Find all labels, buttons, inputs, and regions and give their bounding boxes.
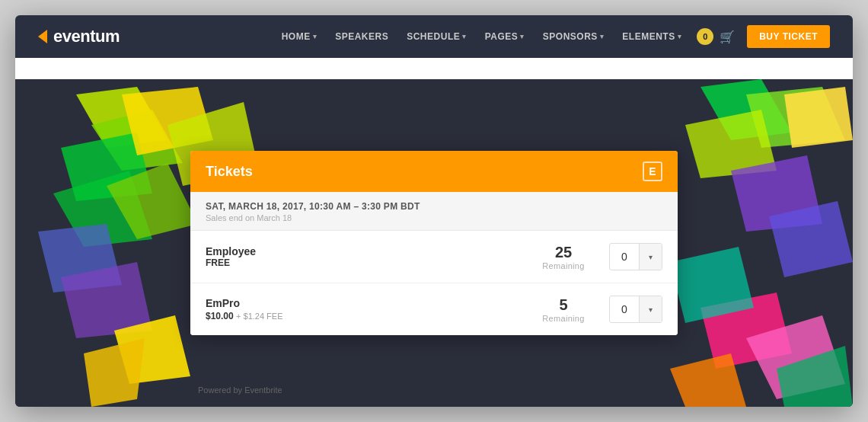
- svg-marker-15: [784, 87, 853, 148]
- nav-item-sponsors[interactable]: SPONSORS ▾: [543, 31, 605, 42]
- navbar: eventum HOME ▾ SPEAKERS SCHEDULE ▾: [15, 15, 853, 58]
- nav-link-sponsors[interactable]: SPONSORS ▾: [543, 31, 605, 42]
- ticket-price-empro: $10.00 + $1.24 FEE: [206, 311, 533, 321]
- ticket-row: EmPro $10.00 + $1.24 FEE 5 Remaining 0 ▾: [190, 283, 678, 335]
- ticket-widget: Tickets E SAT, MARCH 18, 2017, 10:30 AM …: [190, 151, 678, 335]
- nav-item-home[interactable]: HOME ▾: [282, 31, 318, 42]
- white-bar: [15, 58, 853, 79]
- logo-arrow-icon: [38, 30, 47, 43]
- ticket-sales-end: Sales end on March 18: [206, 213, 662, 222]
- nav-item-speakers[interactable]: SPEAKERS: [335, 31, 388, 42]
- ticket-name-employee: Employee: [206, 245, 533, 257]
- ticket-info-empro: EmPro $10.00 + $1.24 FEE: [206, 297, 533, 321]
- nav-link-schedule[interactable]: SCHEDULE ▾: [407, 31, 467, 42]
- ticket-remaining-label-empro: Remaining: [533, 314, 594, 323]
- ticket-qty-selector-empro[interactable]: 0 ▾: [609, 296, 662, 323]
- ticket-qty-value-empro: 0: [610, 303, 639, 315]
- buy-ticket-button[interactable]: BUY TICKET: [747, 25, 830, 48]
- ticket-remaining-label-employee: Remaining: [533, 261, 594, 270]
- cart-icon[interactable]: 🛒: [720, 30, 735, 44]
- ticket-remaining-count-empro: 5: [533, 296, 594, 314]
- ticket-info-employee: Employee FREE: [206, 245, 533, 268]
- ticket-price-employee: FREE: [206, 257, 533, 268]
- ticket-fee-empro: + $1.24 FEE: [236, 312, 282, 321]
- ticket-remaining-employee: 25 Remaining: [533, 244, 594, 270]
- ticket-remaining-count-employee: 25: [533, 244, 594, 261]
- ticket-remaining-empro: 5 Remaining: [533, 296, 594, 323]
- nav-link-elements[interactable]: ELEMENTS ▾: [622, 31, 681, 42]
- chevron-down-icon: ▾: [462, 33, 467, 40]
- ticket-header: Tickets E: [190, 151, 678, 192]
- logo[interactable]: eventum: [38, 27, 120, 46]
- eventbrite-icon: E: [643, 161, 662, 181]
- nav-links: HOME ▾ SPEAKERS SCHEDULE ▾ PAGES ▾: [282, 31, 682, 42]
- nav-item-schedule[interactable]: SCHEDULE ▾: [407, 31, 467, 42]
- ticket-price-amount-empro: $10.00: [206, 311, 234, 321]
- ticket-qty-selector-employee[interactable]: 0 ▾: [609, 243, 662, 270]
- ticket-rows: Employee FREE 25 Remaining 0 ▾ EmP: [190, 231, 678, 335]
- nav-link-speakers[interactable]: SPEAKERS: [335, 31, 388, 42]
- nav-link-home[interactable]: HOME ▾: [282, 31, 318, 42]
- ticket-title: Tickets: [206, 164, 253, 180]
- ticket-date-section: SAT, MARCH 18, 2017, 10:30 AM – 3:30 PM …: [190, 192, 678, 231]
- ticket-date: SAT, MARCH 18, 2017, 10:30 AM – 3:30 PM …: [206, 201, 662, 212]
- chevron-down-icon: ▾: [600, 33, 605, 40]
- browser-window: eventum HOME ▾ SPEAKERS SCHEDULE ▾: [15, 15, 853, 407]
- nav-item-pages[interactable]: PAGES ▾: [485, 31, 525, 42]
- ticket-qty-chevron-employee[interactable]: ▾: [639, 244, 662, 270]
- chevron-down-icon: ▾: [678, 33, 682, 40]
- powered-by: Powered by Eventbrite: [198, 385, 282, 395]
- logo-text: eventum: [53, 27, 120, 46]
- chevron-down-icon: ▾: [520, 33, 525, 40]
- cart-area: 0 🛒: [697, 28, 735, 45]
- ticket-qty-chevron-empro[interactable]: ▾: [639, 296, 662, 322]
- chevron-down-icon: ▾: [313, 33, 318, 40]
- nav-link-pages[interactable]: PAGES ▾: [485, 31, 525, 42]
- hero-section: Tickets E SAT, MARCH 18, 2017, 10:30 AM …: [15, 79, 853, 407]
- ticket-qty-value-employee: 0: [610, 251, 639, 263]
- cart-badge[interactable]: 0: [697, 28, 713, 45]
- ticket-row: Employee FREE 25 Remaining 0 ▾: [190, 231, 678, 283]
- ticket-name-empro: EmPro: [206, 297, 533, 309]
- nav-item-elements[interactable]: ELEMENTS ▾: [622, 31, 681, 42]
